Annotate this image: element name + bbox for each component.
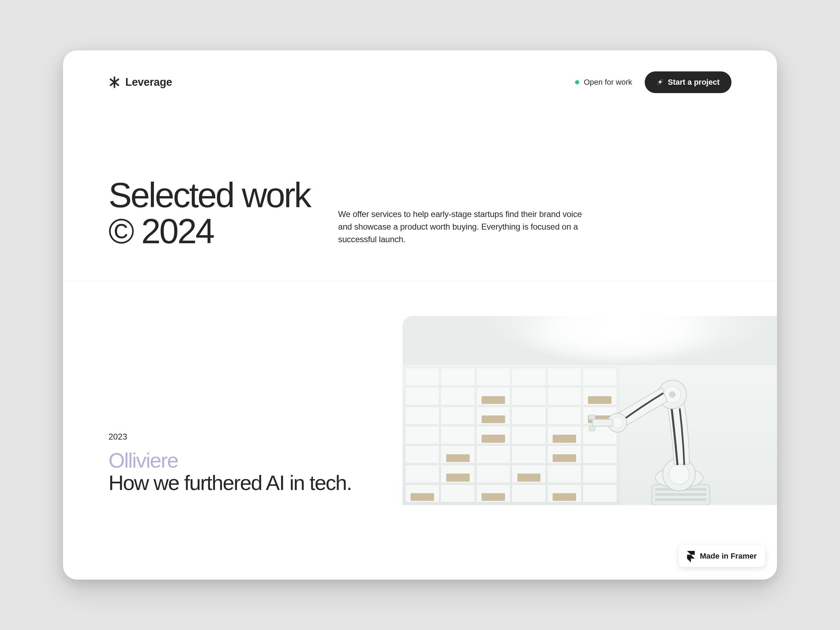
- status-dot-icon: [575, 80, 579, 84]
- cta-label: Start a project: [668, 78, 720, 87]
- page-title: Selected work © 2024: [109, 177, 310, 249]
- svg-point-13: [612, 417, 623, 428]
- project-name: Olliviere: [109, 449, 388, 471]
- svg-rect-15: [589, 415, 595, 420]
- svg-rect-14: [592, 419, 613, 426]
- hero-section: Selected work © 2024 We offer services t…: [63, 93, 777, 281]
- svg-point-8: [669, 464, 689, 485]
- header-actions: Open for work Start a project: [575, 71, 731, 93]
- title-line-1: Selected work: [109, 175, 310, 215]
- svg-rect-16: [589, 426, 595, 431]
- svg-point-1: [658, 84, 658, 85]
- start-project-button[interactable]: Start a project: [645, 71, 731, 93]
- svg-rect-4: [655, 493, 706, 496]
- robot-illustration: [403, 316, 777, 505]
- framer-badge[interactable]: Made in Framer: [679, 545, 765, 567]
- asterisk-icon: [109, 76, 120, 88]
- logo-text: Leverage: [125, 76, 172, 88]
- availability-status: Open for work: [575, 78, 632, 87]
- status-label: Open for work: [584, 78, 632, 87]
- project-info: 2023 Olliviere How we furthered AI in te…: [109, 281, 388, 505]
- project-year: 2023: [109, 432, 388, 442]
- svg-rect-5: [655, 498, 706, 501]
- framer-icon: [687, 551, 695, 561]
- sparkle-icon: [657, 79, 663, 86]
- project-image: [403, 316, 777, 505]
- svg-point-0: [662, 79, 663, 80]
- header: Leverage Open for work Start a project: [63, 51, 777, 93]
- framer-badge-label: Made in Framer: [699, 552, 757, 561]
- title-line-2: © 2024: [109, 212, 213, 251]
- project-card[interactable]: 2023 Olliviere How we furthered AI in te…: [63, 281, 777, 505]
- hero-description: We offer services to help early-stage st…: [338, 208, 597, 249]
- project-headline: How we furthered AI in tech.: [109, 471, 388, 494]
- svg-point-11: [669, 391, 676, 398]
- app-window: Leverage Open for work Start a project: [63, 51, 777, 579]
- logo[interactable]: Leverage: [109, 76, 172, 88]
